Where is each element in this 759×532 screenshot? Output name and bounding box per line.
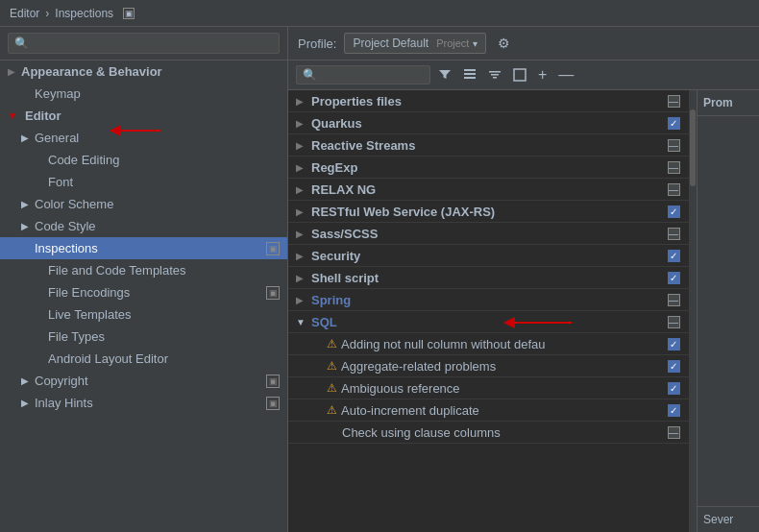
insp-label: Properties files bbox=[311, 94, 662, 109]
insp-label: SQL bbox=[311, 315, 662, 329]
collapse-all-button[interactable] bbox=[484, 66, 505, 84]
scrollbar-thumb[interactable] bbox=[690, 109, 696, 186]
arrow-icon: ▶ bbox=[21, 375, 35, 386]
svg-rect-6 bbox=[514, 69, 526, 81]
checkbox-sql-check-using[interactable]: — bbox=[666, 424, 681, 440]
insp-item-sql-check-using[interactable]: Check using clause columns — bbox=[288, 422, 689, 444]
sidebar-item-font[interactable]: Font bbox=[0, 171, 287, 193]
insp-item-sql-aggregate[interactable]: ⚠ Aggregate-related problems ✓ bbox=[288, 355, 689, 377]
arrow-icon bbox=[35, 309, 48, 320]
checkbox-sass[interactable]: — bbox=[666, 226, 681, 241]
checkbox-security[interactable]: ✓ bbox=[666, 248, 681, 263]
insp-item-security[interactable]: ▶ Security ✓ bbox=[288, 245, 689, 267]
svg-rect-2 bbox=[464, 77, 476, 79]
insp-item-sql-autoincrement[interactable]: ⚠ Auto-increment duplicate ✓ bbox=[288, 399, 689, 422]
arrow-icon: ▶ bbox=[21, 398, 35, 408]
svg-rect-3 bbox=[489, 71, 501, 73]
insp-item-sass[interactable]: ▶ Sass/SCSS — bbox=[288, 223, 689, 245]
sidebar-label: Keymap bbox=[35, 86, 280, 101]
add-button[interactable]: + bbox=[534, 64, 551, 85]
filter-icon bbox=[438, 68, 452, 82]
arrow-icon: ▶ bbox=[21, 221, 35, 231]
sidebar-item-file-code-templates[interactable]: File and Code Templates bbox=[0, 259, 287, 281]
insp-item-regexp[interactable]: ▶ RegExp — bbox=[288, 157, 689, 179]
sidebar-item-color-scheme[interactable]: ▶ Color Scheme bbox=[0, 193, 287, 215]
arrow-icon bbox=[35, 353, 48, 364]
arrow-icon bbox=[35, 155, 48, 165]
checkbox-sql-ambiguous[interactable]: ✓ bbox=[666, 380, 681, 396]
checkbox-relax-ng[interactable]: — bbox=[666, 181, 681, 197]
breadcrumb-parent[interactable]: Editor bbox=[10, 7, 39, 20]
right-panel: Profile: Project Default Project ▾ ⚙ 🔍 bbox=[288, 27, 759, 532]
sidebar-label: Inlay Hints bbox=[35, 396, 262, 410]
breadcrumb-icon[interactable]: ▣ bbox=[123, 8, 135, 19]
sidebar-item-code-style[interactable]: ▶ Code Style bbox=[0, 215, 287, 237]
remove-button[interactable]: — bbox=[554, 64, 577, 85]
sidebar-label: Font bbox=[48, 175, 280, 189]
insp-label: Ambiguous reference bbox=[341, 381, 662, 396]
checkbox-sql-autoincrement[interactable]: ✓ bbox=[666, 402, 681, 418]
inspections-list: ▶ Properties files — ▶ Quarkus ✓ ▶ React… bbox=[288, 90, 689, 532]
checkbox-sql-aggregate[interactable]: ✓ bbox=[666, 358, 681, 374]
checkbox-restful[interactable]: ✓ bbox=[666, 204, 681, 219]
search-container: 🔍 bbox=[296, 65, 430, 85]
sidebar-item-code-editing[interactable]: Code Editing bbox=[0, 149, 287, 171]
insp-item-sql-null[interactable]: ⚠ Adding not null column without defau ✓ bbox=[288, 333, 689, 355]
checkbox-quarkus[interactable]: ✓ bbox=[666, 115, 681, 131]
insp-item-reactive[interactable]: ▶ Reactive Streams — bbox=[288, 134, 689, 157]
sidebar-item-editor[interactable]: ▼ Editor bbox=[0, 105, 287, 127]
sidebar-item-inspections[interactable]: Inspections ▣ bbox=[0, 237, 287, 259]
sidebar-item-appearance[interactable]: ▶ Appearance & Behavior bbox=[0, 60, 287, 83]
search-input[interactable] bbox=[321, 68, 424, 82]
insp-label: Spring bbox=[311, 293, 662, 307]
warn-icon: ⚠ bbox=[327, 337, 337, 351]
arrow-icon: ▶ bbox=[296, 273, 311, 283]
sidebar-label: File and Code Templates bbox=[48, 263, 280, 278]
insp-item-quarkus[interactable]: ▶ Quarkus ✓ bbox=[288, 112, 689, 134]
arrow-icon: ▶ bbox=[296, 229, 311, 239]
insp-item-spring[interactable]: ▶ Spring — bbox=[288, 289, 689, 311]
svg-rect-5 bbox=[493, 77, 497, 79]
sidebar-item-copyright[interactable]: ▶ Copyright ▣ bbox=[0, 370, 287, 392]
warn-icon: ⚠ bbox=[327, 403, 337, 417]
svg-rect-4 bbox=[491, 74, 499, 76]
prom-label: Prom bbox=[698, 90, 759, 116]
copyright-icon: ▣ bbox=[266, 375, 280, 388]
arrow-icon bbox=[21, 88, 35, 99]
toggle-button[interactable] bbox=[509, 66, 530, 84]
profile-value2: Project bbox=[436, 37, 469, 49]
sidebar-item-live-templates[interactable]: Live Templates bbox=[0, 303, 287, 326]
checkbox-spring[interactable]: — bbox=[666, 292, 681, 307]
sidebar-search-input[interactable] bbox=[8, 33, 280, 54]
profile-dropdown[interactable]: Project Default Project ▾ bbox=[344, 33, 486, 54]
sidebar-item-keymap[interactable]: Keymap bbox=[0, 83, 287, 105]
sidebar-item-file-types[interactable]: File Types bbox=[0, 326, 287, 348]
inspections-icon: ▣ bbox=[266, 242, 280, 255]
insp-item-properties[interactable]: ▶ Properties files — bbox=[288, 90, 689, 112]
sidebar-item-inlay-hints[interactable]: ▶ Inlay Hints ▣ bbox=[0, 392, 287, 414]
svg-rect-0 bbox=[464, 69, 476, 71]
insp-item-shell[interactable]: ▶ Shell script ✓ bbox=[288, 267, 689, 289]
checkbox-sql-null[interactable]: ✓ bbox=[666, 336, 681, 351]
sidebar-label: File Types bbox=[48, 329, 280, 344]
expand-all-button[interactable] bbox=[459, 66, 480, 84]
gear-button[interactable]: ⚙ bbox=[494, 34, 514, 53]
sidebar-label: Code Editing bbox=[48, 153, 280, 167]
scrollbar-track[interactable] bbox=[689, 90, 697, 532]
checkbox-properties[interactable]: — bbox=[666, 93, 681, 109]
checkbox-regexp[interactable]: — bbox=[666, 159, 681, 175]
filter-button[interactable] bbox=[434, 66, 455, 84]
sidebar-item-file-encodings[interactable]: File Encodings ▣ bbox=[0, 281, 287, 303]
sidebar-item-android-layout[interactable]: Android Layout Editor bbox=[0, 348, 287, 370]
insp-item-restful[interactable]: ▶ RESTful Web Service (JAX-RS) ✓ bbox=[288, 201, 689, 223]
arrow-icon: ▶ bbox=[296, 184, 311, 195]
checkbox-sql[interactable]: — bbox=[666, 314, 681, 329]
checkbox-reactive[interactable]: — bbox=[666, 137, 681, 153]
insp-item-relax-ng[interactable]: ▶ RELAX NG — bbox=[288, 179, 689, 201]
insp-item-sql-ambiguous[interactable]: ⚠ Ambiguous reference ✓ bbox=[288, 377, 689, 399]
checkbox-shell[interactable]: ✓ bbox=[666, 270, 681, 285]
insp-item-sql[interactable]: ▼ SQL — bbox=[288, 311, 689, 333]
arrow-icon: ▶ bbox=[296, 251, 311, 261]
toolbar: 🔍 + — bbox=[288, 60, 759, 90]
sidebar-label: Color Scheme bbox=[35, 197, 280, 211]
